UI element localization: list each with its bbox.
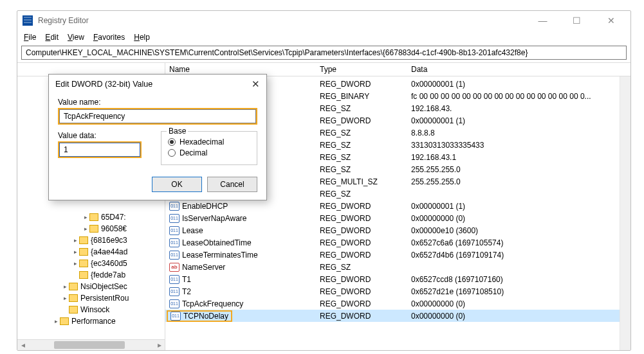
value-name-cell: T2 bbox=[182, 287, 191, 296]
base-label: Base bbox=[167, 127, 188, 136]
value-name-cell: T1 bbox=[182, 275, 191, 284]
registry-value-row[interactable]: TCPNoDelayREG_DWORD0x00000000 (0) bbox=[165, 310, 630, 322]
chevron-icon[interactable]: ▸ bbox=[82, 226, 89, 232]
tree-item[interactable]: Winsock bbox=[17, 304, 154, 315]
registry-value-row[interactable]: TcpAckFrequencyREG_DWORD0x00000000 (0) bbox=[165, 297, 630, 310]
tree-item[interactable]: ▸96058€ bbox=[17, 223, 154, 235]
column-header-data[interactable]: Data bbox=[409, 63, 630, 76]
folder-icon bbox=[69, 294, 78, 302]
value-type-cell: REG_DWORD bbox=[317, 202, 409, 211]
tree-horizontal-scrollbar[interactable]: ◂ ▸ bbox=[17, 339, 165, 350]
registry-value-row[interactable]: EnableDHCPREG_DWORD0x00000001 (1) bbox=[165, 200, 630, 212]
value-type-cell: REG_SZ bbox=[317, 165, 409, 174]
menu-edit[interactable]: Edit bbox=[45, 33, 59, 42]
tree-item[interactable]: ▸{a4ae44ad bbox=[17, 246, 154, 258]
value-name-cell: LeaseTerminatesTime bbox=[182, 251, 258, 260]
value-data-cell: 192.168.43.1 bbox=[409, 153, 630, 162]
column-header-type[interactable]: Type bbox=[317, 63, 409, 76]
chevron-icon[interactable]: ▸ bbox=[52, 318, 60, 324]
list-vertical-scrollbar[interactable] bbox=[620, 76, 630, 350]
close-button[interactable]: ✕ bbox=[596, 12, 625, 30]
titlebar[interactable]: Registry Editor — ☐ ✕ bbox=[17, 11, 630, 30]
folder-icon bbox=[89, 213, 98, 221]
folder-icon bbox=[69, 283, 78, 290]
radio-decimal[interactable]: Decimal bbox=[168, 148, 250, 157]
registry-value-row[interactable]: LeaseTerminatesTimeREG_DWORD0x6527d4b6 (… bbox=[165, 249, 630, 261]
address-input[interactable] bbox=[21, 46, 627, 60]
value-name-cell: TcpAckFrequency bbox=[182, 299, 243, 308]
value-type-cell: REG_DWORD bbox=[317, 214, 409, 223]
chevron-icon[interactable]: ▸ bbox=[61, 283, 69, 290]
app-icon bbox=[23, 15, 33, 26]
value-type-cell: REG_SZ bbox=[317, 104, 409, 113]
value-data-cell: 0x00000001 (1) bbox=[409, 116, 630, 125]
menu-view[interactable]: View bbox=[68, 33, 84, 42]
minimize-button[interactable]: — bbox=[528, 12, 557, 30]
registry-value-row[interactable]: LeaseObtainedTimeREG_DWORD0x6527c6a6 (16… bbox=[165, 236, 630, 249]
tree-item[interactable]: ▸PersistentRou bbox=[17, 292, 154, 304]
scroll-thumb[interactable] bbox=[54, 341, 125, 349]
dword-icon bbox=[169, 299, 179, 308]
folder-icon bbox=[79, 248, 88, 256]
tree-item[interactable]: ▸NsiObjectSec bbox=[17, 281, 154, 292]
value-data-cell: 192.168.43. bbox=[409, 104, 630, 113]
menu-file[interactable]: File bbox=[24, 33, 36, 42]
tree-item[interactable]: ▸65D47: bbox=[17, 211, 154, 223]
registry-value-row[interactable]: IsServerNapAwareREG_DWORD0x00000000 (0) bbox=[165, 212, 630, 224]
dword-icon bbox=[169, 214, 179, 223]
tree-item-label: PersistentRou bbox=[80, 294, 129, 303]
value-type-cell: REG_SZ bbox=[317, 141, 409, 150]
menu-favorites[interactable]: Favorites bbox=[93, 33, 125, 42]
value-type-cell: REG_DWORD bbox=[317, 80, 409, 89]
registry-value-row[interactable]: LeaseREG_DWORD0x00000e10 (3600) bbox=[165, 224, 630, 236]
dialog-titlebar[interactable]: Edit DWORD (32-bit) Value ✕ bbox=[49, 75, 266, 94]
chevron-icon[interactable]: ▸ bbox=[61, 295, 69, 301]
scroll-right-icon[interactable]: ▸ bbox=[154, 340, 165, 350]
value-name-cell: IsServerNapAware bbox=[182, 214, 247, 223]
registry-value-row[interactable]: NameServerREG_SZ bbox=[165, 261, 630, 273]
tree-item[interactable]: ▸{6816e9c3 bbox=[17, 235, 154, 246]
value-data-cell: 0x00000e10 (3600) bbox=[409, 226, 630, 235]
dword-icon bbox=[169, 275, 179, 284]
dialog-close-button[interactable]: ✕ bbox=[241, 78, 260, 90]
tree-item[interactable]: ▸Performance bbox=[17, 315, 154, 327]
tree-item-label: {fedde7ab bbox=[91, 270, 125, 279]
menu-help[interactable]: Help bbox=[134, 33, 150, 42]
value-data-cell: 0x00000000 (0) bbox=[409, 214, 630, 223]
tree-item-label: 96058€ bbox=[101, 224, 127, 233]
registry-value-row[interactable]: T1REG_DWORD0x6527ccd8 (1697107160) bbox=[165, 273, 630, 285]
folder-icon bbox=[69, 306, 78, 314]
value-type-cell: REG_MULTI_SZ bbox=[317, 177, 409, 186]
ok-button[interactable]: OK bbox=[152, 177, 202, 192]
tree-item-label: {a4ae44ad bbox=[91, 247, 127, 256]
radio-hexadecimal[interactable]: Hexadecimal bbox=[168, 137, 250, 146]
chevron-icon[interactable]: ▸ bbox=[82, 214, 89, 220]
dword-icon bbox=[169, 202, 179, 211]
value-type-cell: REG_DWORD bbox=[317, 226, 409, 235]
value-data-cell: 0x6527ccd8 (1697107160) bbox=[409, 275, 630, 284]
tree-item[interactable]: ▸{ec3460d5 bbox=[17, 258, 154, 269]
value-data-input[interactable] bbox=[59, 143, 140, 157]
folder-icon bbox=[79, 236, 88, 244]
chevron-icon[interactable]: ▸ bbox=[71, 249, 79, 255]
chevron-icon[interactable]: ▸ bbox=[71, 260, 79, 267]
value-data-cell: fc 00 00 00 00 00 00 00 00 00 00 00 00 0… bbox=[409, 92, 630, 101]
value-name-input[interactable] bbox=[59, 109, 256, 123]
value-data-cell: 0x6527d21e (1697108510) bbox=[409, 287, 630, 296]
value-data-cell: 255.255.255.0 bbox=[409, 177, 630, 186]
value-data-cell: 0x00000000 (0) bbox=[409, 299, 630, 308]
registry-value-row[interactable]: T2REG_DWORD0x6527d21e (1697108510) bbox=[165, 285, 630, 297]
value-type-cell: REG_DWORD bbox=[317, 312, 409, 321]
maximize-button[interactable]: ☐ bbox=[562, 12, 591, 30]
chevron-icon[interactable]: ▸ bbox=[71, 237, 79, 243]
value-data-cell: 255.255.255.0 bbox=[409, 165, 630, 174]
value-type-cell: REG_DWORD bbox=[317, 299, 409, 308]
value-type-cell: REG_SZ bbox=[317, 190, 409, 199]
scroll-left-icon[interactable]: ◂ bbox=[17, 340, 28, 350]
cancel-button[interactable]: Cancel bbox=[207, 177, 257, 192]
window-title: Registry Editor bbox=[38, 16, 89, 25]
dword-icon bbox=[169, 238, 179, 247]
folder-icon bbox=[79, 271, 88, 279]
value-name-cell: TCPNoDelay bbox=[183, 312, 228, 321]
tree-item[interactable]: {fedde7ab bbox=[17, 269, 154, 281]
